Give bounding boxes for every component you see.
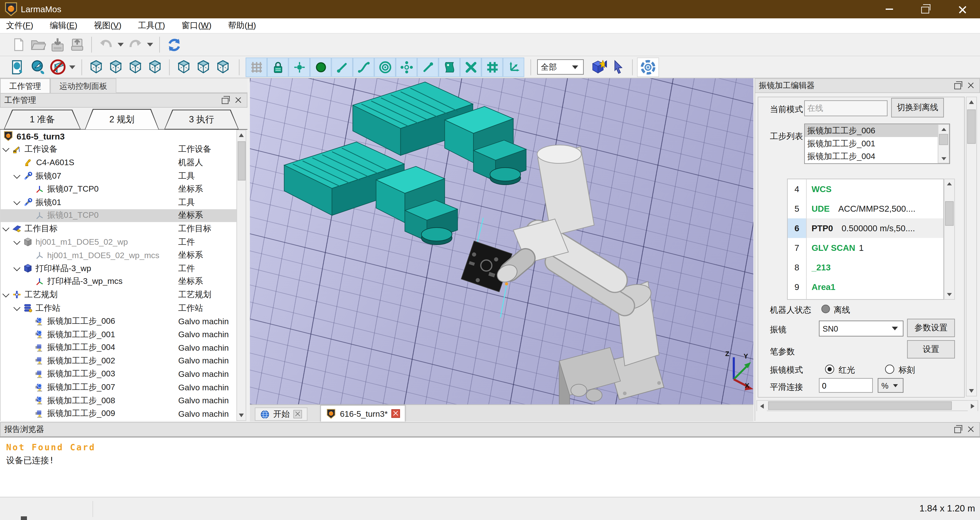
program-table-scrollbar[interactable] [944, 179, 955, 300]
close-panel-button[interactable] [966, 425, 976, 434]
step-listbox[interactable]: 振镜加工工步_006 振镜加工工步_001 振镜加工工步_004 [804, 124, 950, 164]
scroll-down-arrow[interactable] [945, 290, 954, 299]
zoom-select-button[interactable] [28, 58, 48, 76]
snap-gridpoint-button[interactable] [481, 57, 503, 77]
tree-row-work-targets[interactable]: 工作目标 工作目标 [1, 222, 237, 235]
menu-edit[interactable]: 编辑(E) [50, 20, 78, 31]
step-list-scrollbar[interactable] [938, 124, 950, 163]
new-scene-button[interactable] [589, 58, 608, 76]
expander-icon[interactable] [13, 304, 20, 311]
menu-help[interactable]: 帮助(H) [228, 20, 256, 31]
open-file-button[interactable] [28, 35, 48, 54]
redo-button[interactable] [126, 35, 145, 54]
tree-row-process-planning[interactable]: 工艺规划 工艺规划 [1, 288, 237, 301]
list-item[interactable]: 振镜加工工步_004 [805, 150, 950, 163]
restore-button[interactable] [911, 0, 939, 18]
snap-quadrant-button[interactable] [396, 57, 417, 77]
scrollbar-thumb[interactable] [939, 134, 948, 145]
smooth-unit-select[interactable]: % [878, 378, 904, 393]
tree-row-print-sample[interactable]: 打印样品-3_wp 工件 [1, 262, 237, 275]
tree-row-step-009[interactable]: 振镜加工工步_009 Galvo machin [1, 407, 237, 420]
expander-icon[interactable] [2, 145, 9, 152]
minimize-button[interactable] [875, 0, 904, 18]
list-item[interactable]: 振镜加工工步_006 [805, 124, 950, 137]
program-row-selected[interactable]: 6 PTP0 0.500000 m/s,50.... [788, 219, 943, 238]
expander-icon[interactable] [2, 290, 9, 297]
program-row[interactable]: 5 UDE ACC/MMPS2,500.... [788, 199, 943, 219]
snap-tangent-button[interactable] [417, 57, 439, 77]
tab-work-management[interactable]: 工作管理 [0, 78, 50, 93]
panel-vertical-scrollbar[interactable] [966, 97, 977, 396]
current-mode-field[interactable] [804, 100, 888, 116]
tree-row-step-002[interactable]: 振镜加工工步_002 Galvo machin [1, 354, 237, 368]
tree-row-step-004[interactable]: 振镜加工工步_004 Galvo machin [1, 341, 237, 354]
expander-icon[interactable] [13, 171, 20, 178]
scroll-down-arrow[interactable] [939, 154, 949, 163]
view-iso-button[interactable] [86, 58, 106, 76]
refresh-button[interactable] [164, 35, 184, 54]
list-item[interactable]: 振镜加工工步_001 [805, 137, 950, 150]
tab-motion-control[interactable]: 运动控制面板 [50, 78, 116, 93]
scroll-up-arrow[interactable] [945, 179, 954, 189]
tree-row-print-sample-mcs[interactable]: 打印样品-3_wp_mcs 坐标系 [1, 275, 237, 288]
menu-file[interactable]: 文件(F) [6, 20, 33, 31]
new-file-button[interactable] [9, 35, 28, 54]
panel-horizontal-scrollbar[interactable] [757, 400, 978, 411]
wizard-tab-plan[interactable]: 2 规划 [84, 109, 159, 130]
tree-row-robot[interactable]: C4-A601S 机器人 [1, 156, 237, 169]
snap-surface-button[interactable] [439, 57, 460, 77]
scroll-right-arrow[interactable] [968, 401, 978, 412]
tree-row-step-008[interactable]: 振镜加工工步_008 Galvo machin [1, 394, 237, 407]
expander-icon[interactable] [13, 198, 20, 205]
program-table[interactable]: 4 WCS 5 UDE ACC/MMPS2,500.... 6 PTP0 0.5… [787, 179, 944, 300]
undo-dropdown-caret[interactable] [118, 43, 124, 46]
tree-row-work-devices[interactable]: 工作设备 工作设备 [1, 143, 237, 156]
tree-row-galvo07-tcp0[interactable]: 振镜07_TCP0 坐标系 [1, 182, 237, 196]
float-panel-button[interactable] [220, 95, 230, 105]
viewport-3d[interactable]: Z Y X [250, 78, 753, 404]
pen-settings-button[interactable]: 设置 [907, 340, 955, 358]
tree-row-project[interactable]: 616-5_turn3 [1, 130, 237, 143]
menu-tools[interactable]: 工具(T) [138, 20, 165, 31]
tree-row-galvo07[interactable]: 振镜07 工具 [1, 169, 237, 182]
view-back-button[interactable] [174, 58, 194, 76]
radio-marking[interactable] [885, 365, 894, 374]
doc-tab-project[interactable]: 616-5_turn3* [320, 405, 406, 422]
close-tab-button[interactable] [294, 410, 302, 419]
select-mode-button[interactable] [608, 58, 628, 76]
close-button[interactable] [948, 0, 976, 18]
tree-row-step-007[interactable]: 振镜加工工步_007 Galvo machin [1, 381, 237, 394]
filter-select[interactable]: 全部 [537, 59, 584, 75]
snap-grid-button[interactable] [246, 57, 267, 77]
program-row[interactable]: 4 WCS [788, 179, 943, 199]
section-dropdown-caret[interactable] [69, 65, 75, 69]
scroll-left-arrow[interactable] [757, 401, 767, 412]
zoom-fit-button[interactable] [9, 58, 28, 76]
tree-row-step-001[interactable]: 振镜加工工步_001 Galvo machin [1, 328, 237, 341]
tree-row-step-006[interactable]: 振镜加工工步_006 Galvo machin [1, 315, 237, 328]
scroll-up-arrow[interactable] [967, 97, 976, 107]
program-row[interactable]: 8 _213 [788, 258, 943, 277]
menu-window[interactable]: 窗口(W) [181, 20, 212, 31]
scrollbar-thumb[interactable] [238, 141, 246, 181]
report-browser-content[interactable]: Not Found Card 设备已连接! [0, 437, 980, 497]
snap-intersection-button[interactable] [460, 57, 482, 77]
wizard-tab-execute[interactable]: 3 执行 [164, 109, 239, 130]
scroll-up-arrow[interactable] [237, 130, 246, 140]
close-tab-button[interactable] [391, 409, 400, 418]
tree-row-workstation[interactable]: 工作站 工作站 [1, 301, 237, 315]
snap-concentric-button[interactable] [374, 57, 396, 77]
snap-csys-button[interactable] [503, 57, 525, 77]
undo-button[interactable] [96, 35, 116, 54]
tree-row-galvo01[interactable]: 振镜01 工具 [1, 196, 237, 209]
export-button[interactable] [67, 35, 87, 54]
scroll-down-arrow[interactable] [967, 386, 976, 396]
scrollbar-thumb[interactable] [967, 109, 976, 144]
tree-row-workpiece-hj001[interactable]: hj001_m1_DOE5_02_wp 工件 [1, 235, 237, 249]
scroll-down-arrow[interactable] [237, 411, 246, 420]
close-panel-button[interactable] [234, 95, 243, 105]
view-front-button[interactable] [106, 58, 126, 76]
section-off-button[interactable] [48, 58, 67, 76]
snap-center-button[interactable] [310, 57, 331, 77]
program-row[interactable]: 7 GLV SCAN 1 [788, 238, 943, 258]
